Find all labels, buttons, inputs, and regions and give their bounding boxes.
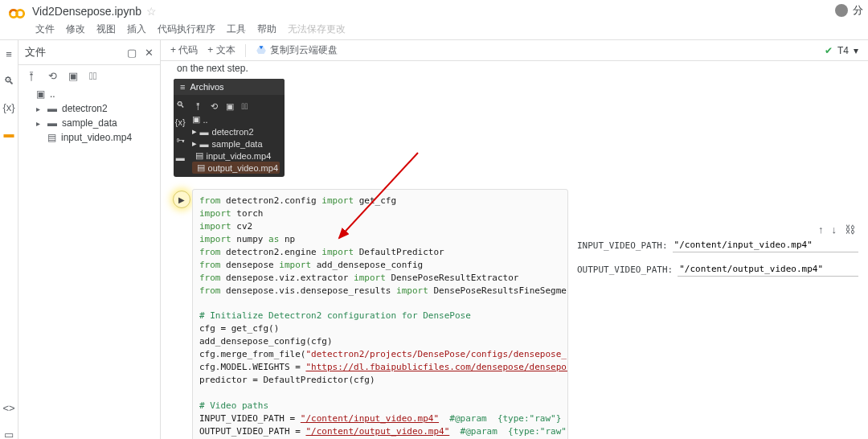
dark-vars-icon: {x} — [175, 117, 186, 127]
run-cell-button[interactable]: ▶ — [173, 191, 190, 208]
avatar[interactable] — [835, 4, 848, 17]
dark-title: Archivos — [190, 82, 223, 92]
dark-upload-icon: ⭱ — [194, 101, 203, 112]
menubar: 文件 修改 视图 插入 代码执行程序 工具 帮助 无法保存更改 — [0, 21, 868, 40]
notebook-title[interactable]: Vid2Densepose.ipynb — [32, 5, 141, 18]
separator — [245, 44, 246, 57]
runtime-status[interactable]: T4 — [837, 45, 849, 56]
tree-item[interactable]: ▸▬ detectron2 — [25, 101, 155, 116]
vars-icon[interactable]: {x} — [2, 101, 14, 113]
toolbar-chevron-down-icon[interactable]: ▾ — [854, 45, 858, 56]
menu-edit[interactable]: 修改 — [66, 23, 85, 36]
dark-refresh-icon: ⟲ — [211, 101, 218, 112]
menu-runtime[interactable]: 代码执行程序 — [158, 23, 215, 36]
dark-root: .. — [203, 115, 208, 125]
text-line: on the next step. — [169, 63, 860, 79]
menu-file[interactable]: 文件 — [35, 23, 55, 36]
tree-item-label: sample_data — [62, 117, 117, 129]
tree-item[interactable]: ▸▬ sample_data — [25, 116, 155, 130]
tree-item-label: input_video.mp4 — [61, 132, 132, 143]
add-code-button[interactable]: + 代码 — [170, 43, 198, 57]
toggle-hidden-icon[interactable]: 👁̶ — [89, 70, 97, 82]
files-tree: ▣ .. ▸▬ detectron2 ▸▬ sample_data ▤ inpu… — [18, 85, 160, 145]
dark-item-highlighted: output_video.mp4 — [208, 163, 278, 173]
menu-help[interactable]: 帮助 — [257, 23, 276, 36]
cell-actions: ↑ ↓ ⛓ — [818, 224, 855, 236]
terminal-icon[interactable]: ▭ — [4, 429, 14, 439]
close-files-icon[interactable]: ✕ — [145, 47, 154, 59]
dark-files-panel: ≡ Archivos 🔍︎ {x} 🗝 ▬ ⭱ ⟲ ▣ — [174, 79, 285, 177]
hamburger-icon: ≡ — [180, 82, 185, 92]
param-input-field[interactable] — [673, 238, 858, 252]
files-icon[interactable]: ▬ — [4, 128, 14, 140]
param-output-field[interactable] — [678, 262, 858, 277]
new-window-icon[interactable]: ▢ — [127, 47, 137, 59]
menu-tools[interactable]: 工具 — [227, 23, 246, 36]
menu-saving: 无法保存更改 — [288, 23, 346, 36]
status-check-icon: ✔ — [825, 45, 833, 56]
upload-icon[interactable]: ⭱ — [27, 70, 37, 82]
cell-move-down-icon[interactable]: ↓ — [832, 224, 837, 236]
cell-toolbar: + 代码 + 文本 复制到云端硬盘 ✔ T4 ▾ — [161, 40, 868, 61]
dark-search-icon: 🔍︎ — [176, 100, 185, 109]
code-cell: ▶ from detectron2.config import get_cfg … — [170, 188, 860, 439]
files-panel: 文件 ▢ ✕ ⭱ ⟲ ▣ 👁̶ ▣ .. ▸▬ detectron2 ▸▬ sa… — [18, 40, 161, 439]
add-text-button[interactable]: + 文本 — [207, 43, 235, 57]
code-editor[interactable]: from detectron2.config import get_cfg im… — [192, 189, 568, 439]
left-rail: ≡ 🔍︎ {x} ▬ <> ▭ — [0, 40, 18, 439]
form-params: INPUT_VIDEO_PATH: OUTPUT_VIDEO_PATH: — [577, 238, 858, 286]
search-icon[interactable]: 🔍︎ — [4, 75, 14, 87]
dark-mount-icon: ▣ — [226, 101, 234, 112]
menu-insert[interactable]: 插入 — [127, 23, 146, 36]
star-icon[interactable]: ☆ — [146, 5, 157, 18]
dark-item: detectron2 — [212, 127, 254, 137]
tree-root-label: .. — [50, 88, 55, 100]
copy-to-drive-label: 复制到云端硬盘 — [270, 43, 338, 57]
dark-item: input_video.mp4 — [207, 151, 272, 161]
param-input-label: INPUT_VIDEO_PATH: — [577, 240, 668, 251]
copy-to-drive-button[interactable]: 复制到云端硬盘 — [256, 43, 338, 57]
tree-item-label: detectron2 — [62, 103, 108, 114]
toc-icon[interactable]: ≡ — [6, 48, 12, 60]
param-output-label: OUTPUT_VIDEO_PATH: — [577, 265, 673, 275]
code-toggle-icon[interactable]: <> — [2, 402, 14, 414]
refresh-icon[interactable]: ⟲ — [48, 70, 57, 82]
dark-key-icon: 🗝 — [176, 135, 185, 145]
mount-drive-icon[interactable]: ▣ — [68, 70, 78, 82]
files-title: 文件 — [25, 45, 46, 59]
colab-logo — [8, 5, 26, 23]
share-label[interactable]: 分 — [853, 3, 863, 18]
cell-link-icon[interactable]: ⛓ — [845, 224, 855, 236]
tree-item[interactable]: ▤ input_video.mp4 — [25, 130, 155, 145]
menu-view[interactable]: 视图 — [96, 23, 116, 36]
dark-item: sample_data — [212, 139, 263, 149]
cell-move-up-icon[interactable]: ↑ — [818, 224, 824, 236]
dark-hidden-icon: 👁̶ — [242, 101, 248, 112]
dark-folder-icon: ▬ — [176, 153, 185, 162]
tree-root[interactable]: ▣ .. — [25, 87, 155, 101]
